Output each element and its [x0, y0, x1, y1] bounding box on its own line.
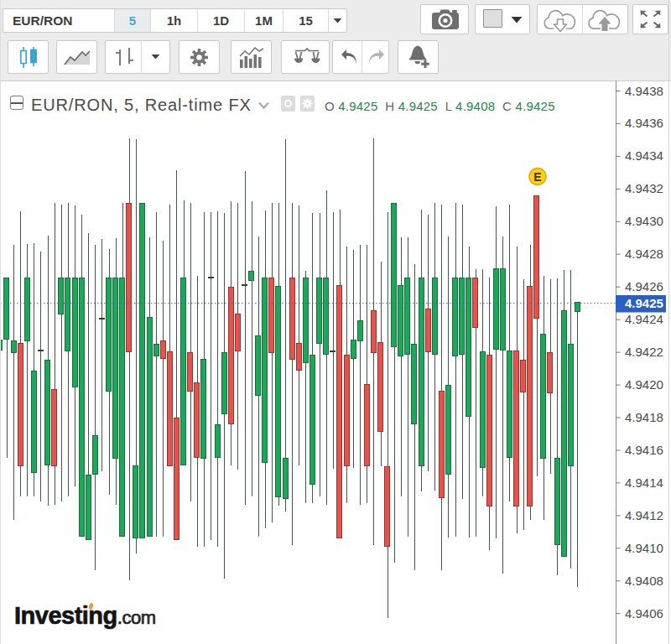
svg-text:E: E [533, 170, 541, 184]
